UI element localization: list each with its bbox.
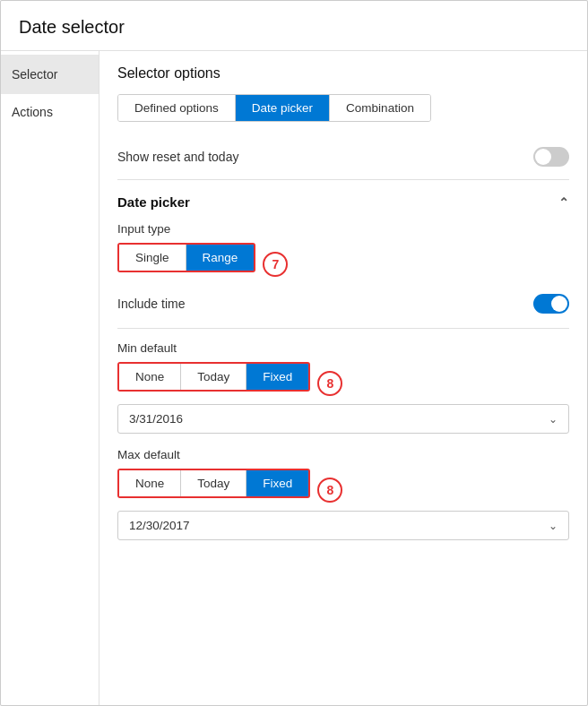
max-today[interactable]: Today [181, 470, 246, 496]
sidebar-item-actions[interactable]: Actions [1, 94, 99, 130]
toggle-show-reset-label: Show reset and today [117, 150, 238, 164]
window-title: Date selector [1, 1, 587, 51]
input-type-label: Input type [117, 222, 569, 236]
max-fixed[interactable]: Fixed [246, 470, 308, 496]
min-default-label: Min default [117, 341, 569, 355]
window: Date selector Selector Actions Selector … [0, 0, 588, 706]
min-default-value: 3/31/2016 [129, 412, 183, 426]
max-none[interactable]: None [119, 470, 181, 496]
min-fixed[interactable]: Fixed [246, 364, 308, 390]
toggle-show-reset-row: Show reset and today [117, 138, 569, 180]
input-type-group: Single Range [117, 243, 255, 272]
max-default-wrapper: None Today Fixed 8 [117, 469, 569, 511]
chevron-up-icon: ⌃ [558, 195, 569, 210]
content-header: Selector options [117, 65, 569, 82]
annotation-8-max: 8 [317, 478, 342, 503]
tab-date-picker[interactable]: Date picker [236, 95, 330, 121]
max-default-group: None Today Fixed [117, 469, 310, 498]
min-default-wrapper: None Today Fixed 8 [117, 362, 569, 404]
sidebar-actions-label: Actions [12, 105, 53, 119]
max-default-dropdown[interactable]: 12/30/2017 ⌄ [117, 511, 569, 540]
max-default-label: Max default [117, 448, 569, 461]
main-layout: Selector Actions Selector options Define… [1, 51, 587, 705]
tabs-row: Defined options Date picker Combination [117, 94, 431, 122]
max-dropdown-chevron-icon: ⌄ [549, 520, 558, 532]
annotation-7: 7 [263, 252, 288, 277]
content-area: Selector options Defined options Date pi… [99, 51, 587, 705]
divider-1 [117, 328, 569, 329]
toggle-show-reset[interactable] [533, 147, 569, 167]
input-type-wrapper: Single Range 7 [117, 243, 569, 285]
tab-combination[interactable]: Combination [330, 95, 430, 121]
input-type-single[interactable]: Single [119, 245, 186, 271]
min-default-dropdown[interactable]: 3/31/2016 ⌄ [117, 404, 569, 434]
sidebar: Selector Actions [1, 51, 99, 705]
sidebar-item-selector-label: Selector [12, 67, 57, 82]
include-time-row: Include time [117, 285, 569, 314]
input-type-range[interactable]: Range [186, 245, 255, 271]
date-picker-section-header: Date picker ⌃ [117, 194, 569, 210]
date-picker-title: Date picker [117, 194, 190, 210]
min-default-group: None Today Fixed [117, 362, 310, 392]
include-time-label: Include time [117, 297, 185, 311]
sidebar-item-selector[interactable]: Selector [1, 55, 99, 94]
include-time-toggle[interactable] [533, 294, 569, 314]
min-dropdown-chevron-icon: ⌄ [549, 413, 558, 426]
max-default-value: 12/30/2017 [129, 519, 190, 532]
min-today[interactable]: Today [181, 364, 246, 390]
annotation-8-min: 8 [317, 371, 342, 396]
tab-defined-options[interactable]: Defined options [118, 95, 236, 121]
min-none[interactable]: None [119, 364, 181, 390]
